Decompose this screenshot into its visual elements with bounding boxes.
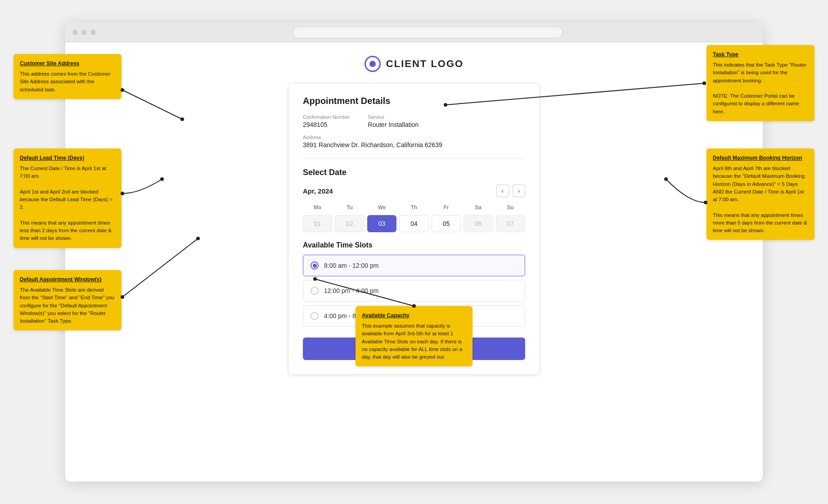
browser-window: CLIENT LOGO Appointment Details Confirma…: [65, 22, 763, 482]
cal-day-04[interactable]: 04: [399, 215, 428, 232]
annotation-appointment-window-body: The Available Time Slots are derived fro…: [20, 286, 115, 325]
day-header-we: We: [367, 202, 396, 212]
radio-circle-2: [310, 287, 319, 295]
details-row: Confirmation Number 2948105 Service Rout…: [303, 114, 525, 128]
annotation-capacity-title: Available Capacity: [362, 311, 466, 320]
time-slot-label-2: 12:00 pm - 4:00 pm: [324, 287, 378, 294]
calendar-grid: Mo Tu We Th Fr Sa Su 01 02 03 04 05 06 0…: [303, 202, 525, 232]
next-month-button[interactable]: ›: [513, 184, 525, 197]
radio-inner-1: [313, 264, 317, 268]
confirmation-item: Confirmation Number 2948105: [303, 114, 350, 128]
address-label: Address: [303, 135, 525, 140]
annotation-capacity-body: This example assumes that capacity is av…: [362, 322, 466, 361]
annotation-task-type-body: This indicates that the Task Type "Route…: [713, 61, 808, 116]
browser-toolbar: [65, 22, 763, 42]
annotation-task-type: Task Type This indicates that the Task T…: [706, 45, 814, 121]
cal-day-02[interactable]: 02: [335, 215, 364, 232]
day-header-sa: Sa: [464, 202, 493, 212]
logo-inner-circle: [369, 61, 376, 67]
time-slot-2[interactable]: 12:00 pm - 4:00 pm: [303, 280, 525, 302]
annotation-appointment-window: Default Appointment Window(s) The Availa…: [14, 270, 122, 330]
service-label: Service: [368, 114, 419, 120]
cal-day-03[interactable]: 03: [367, 215, 396, 232]
day-header-th: Th: [399, 202, 428, 212]
day-header-mo: Mo: [303, 202, 332, 212]
browser-dot-red: [72, 30, 78, 35]
time-slot-label-1: 8:00 am - 12:00 pm: [324, 262, 378, 269]
annotation-lead-time: Default Lead Time (Days) The Current Dat…: [14, 148, 122, 248]
annotation-task-type-title: Task Type: [713, 50, 808, 58]
annotation-max-booking-title: Default Maximum Booking Horizon: [713, 154, 808, 162]
radio-circle-1: [310, 261, 319, 270]
confirmation-label: Confirmation Number: [303, 114, 350, 120]
calendar-nav: ‹ ›: [496, 184, 525, 197]
day-header-fr: Fr: [432, 202, 461, 212]
card-title: Appointment Details: [303, 96, 525, 106]
logo-icon: [364, 56, 381, 72]
service-value: Router Installation: [368, 121, 419, 128]
calendar-header: Apr, 2024 ‹ ›: [303, 184, 525, 197]
day-header-tu: Tu: [335, 202, 364, 212]
browser-dot-green: [90, 30, 96, 35]
logo-area: CLIENT LOGO: [65, 56, 763, 72]
day-header-su: Su: [496, 202, 525, 212]
cal-day-05[interactable]: 05: [432, 215, 461, 232]
annotation-max-booking: Default Maximum Booking Horizon April 6t…: [706, 148, 814, 240]
annotation-appointment-window-title: Default Appointment Window(s): [20, 275, 115, 284]
browser-urlbar: [292, 27, 562, 38]
annotation-lead-time-title: Default Lead Time (Days): [20, 154, 115, 162]
annotation-capacity: Available Capacity This example assumes …: [356, 306, 472, 366]
annotation-customer-site-body: This address comes from the Customer Sit…: [20, 70, 115, 94]
cal-day-07[interactable]: 07: [496, 215, 525, 232]
radio-circle-3: [310, 312, 319, 320]
annotation-lead-time-body: The Current Date / Time is April 1st at …: [20, 165, 115, 243]
browser-content: CLIENT LOGO Appointment Details Confirma…: [65, 42, 763, 482]
prev-month-button[interactable]: ‹: [496, 184, 509, 197]
address-value: 3891 Ranchview Dr. Richardson, Californi…: [303, 141, 525, 148]
cal-day-06[interactable]: 06: [464, 215, 493, 232]
annotation-customer-site: Customer Site Address This address comes…: [14, 54, 122, 99]
select-date-title: Select Date: [303, 168, 525, 177]
logo-text: CLIENT LOGO: [386, 58, 464, 70]
cal-day-01[interactable]: 01: [303, 215, 332, 232]
browser-dot-yellow: [81, 30, 87, 35]
divider: [303, 158, 525, 159]
address-section: Address 3891 Ranchview Dr. Richardson, C…: [303, 135, 525, 148]
service-item: Service Router Installation: [368, 114, 419, 128]
confirmation-value: 2948105: [303, 121, 350, 128]
calendar-month: Apr, 2024: [303, 187, 333, 195]
time-slots-title: Available Time Slots: [303, 241, 525, 249]
annotation-max-booking-body: April 6th and April 7th are blocked beca…: [713, 165, 808, 234]
annotation-customer-site-title: Customer Site Address: [20, 59, 115, 68]
time-slot-1[interactable]: 8:00 am - 12:00 pm: [303, 255, 525, 276]
